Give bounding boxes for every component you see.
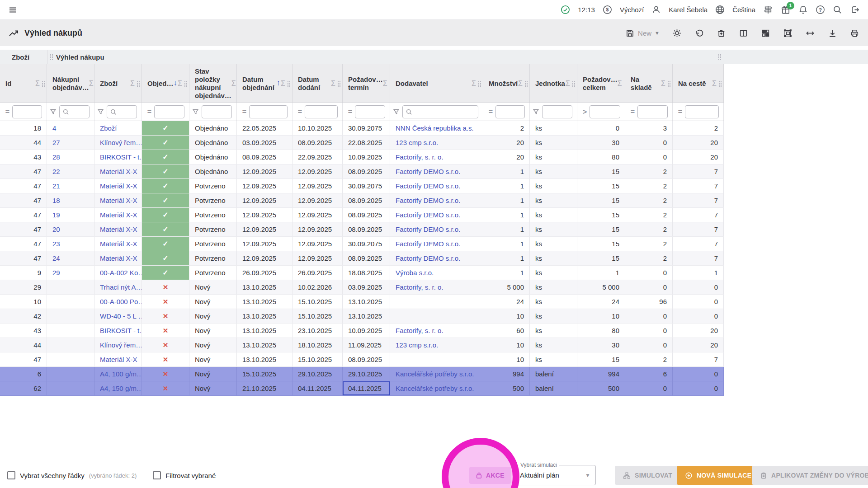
aplikovat-zmeny-button[interactable]: APLIKOVAT ZMĚNY DO VÝROBY: [752, 466, 868, 485]
cell-ordered[interactable]: ✓: [142, 164, 189, 178]
currency-coin-icon[interactable]: $: [603, 5, 612, 14]
cell-in-transit[interactable]: 20: [673, 136, 724, 150]
cell-order-date[interactable]: 12.09.2025: [237, 164, 292, 178]
cell-required-total[interactable]: 80: [577, 324, 625, 338]
cell-product[interactable]: Klínový řem…: [94, 136, 142, 150]
cell-in-transit[interactable]: 20: [673, 150, 724, 164]
column-header-quantity[interactable]: MnožstvíΣ: [483, 64, 530, 103]
cell-purchase-order[interactable]: [47, 295, 94, 309]
dashboard-layout-icon[interactable]: [761, 28, 770, 38]
cell-order-date[interactable]: 12.09.2025: [237, 222, 292, 236]
sort-desc-icon[interactable]: ↓: [174, 79, 178, 88]
cell-order-date[interactable]: 13.10.2025: [237, 295, 292, 309]
cell-product[interactable]: Zboží: [94, 121, 142, 135]
cell-required-total[interactable]: 15: [577, 179, 625, 193]
cell-in-transit[interactable]: 20: [673, 324, 724, 338]
filter-input[interactable]: [590, 105, 620, 118]
table-row[interactable]: 184Zboží✓Objednáno22.05.202510.10.202530…: [0, 121, 724, 136]
cell-in-transit[interactable]: 7: [673, 222, 724, 236]
column-header-id[interactable]: IdΣ: [0, 64, 47, 103]
filter-funnel-icon[interactable]: [533, 108, 542, 115]
simulation-select[interactable]: Vybrat simulaci Aktuální plán ▼: [514, 465, 596, 485]
cell-id[interactable]: 43: [0, 150, 47, 164]
cell-id[interactable]: 6: [0, 367, 47, 381]
cell-order-date[interactable]: 13.10.2025: [237, 309, 292, 323]
cell-delivery-date[interactable]: 12.09.2025: [292, 179, 343, 193]
cell-quantity[interactable]: 10: [483, 309, 530, 323]
split-columns-icon[interactable]: [739, 28, 748, 38]
cell-quantity[interactable]: 60: [483, 324, 530, 338]
cell-delivery-date[interactable]: 26.09.2025: [292, 266, 343, 280]
cell-supplier[interactable]: [390, 352, 483, 366]
cell-in-transit[interactable]: 7: [673, 179, 724, 193]
cell-id[interactable]: 47: [0, 352, 47, 366]
cell-order-date[interactable]: 08.09.2025: [237, 150, 292, 164]
cell-ordered[interactable]: ✕: [142, 280, 189, 294]
cell-purchase-order[interactable]: 23: [47, 237, 94, 251]
cell-order-date[interactable]: 13.10.2025: [237, 324, 292, 338]
column-header-delivery-date[interactable]: Datum dodáníΣ: [292, 64, 343, 103]
cell-order-date[interactable]: 26.09.2025: [237, 266, 292, 280]
filter-input[interactable]: [154, 105, 184, 118]
cell-status[interactable]: Nový: [189, 295, 237, 309]
filter-input[interactable]: [202, 105, 232, 118]
fit-width-icon[interactable]: [805, 28, 815, 38]
cell-purchase-order[interactable]: 29: [47, 266, 94, 280]
column-drag-handle[interactable]: [184, 80, 188, 87]
help-icon[interactable]: ?: [816, 5, 825, 14]
cell-purchase-order[interactable]: [47, 367, 94, 381]
column-header-ordered[interactable]: Objed…↓Σ: [142, 64, 189, 103]
aggregate-sigma-icon[interactable]: Σ: [661, 79, 665, 88]
cell-product[interactable]: 00-A-002 Ko…: [94, 266, 142, 280]
aggregate-sigma-icon[interactable]: Σ: [472, 79, 476, 88]
cell-unit[interactable]: ks: [530, 309, 577, 323]
cell-quantity[interactable]: 1: [483, 179, 530, 193]
chevron-down-icon[interactable]: ▼: [655, 31, 660, 36]
cell-quantity[interactable]: 20: [483, 150, 530, 164]
save-view-group[interactable]: New ▼: [625, 28, 660, 38]
cell-supplier[interactable]: Factorify DEMO s.r.o.: [390, 222, 483, 236]
cell-purchase-order[interactable]: 24: [47, 251, 94, 265]
cell-unit[interactable]: ks: [530, 266, 577, 280]
group-frame-icon[interactable]: [783, 28, 793, 38]
cell-unit[interactable]: ks: [530, 295, 577, 309]
cell-in-stock[interactable]: 2: [625, 208, 673, 222]
cell-delivery-date[interactable]: 10.10.2025: [292, 121, 343, 135]
cell-required-date[interactable]: 30.09.2075: [343, 237, 390, 251]
column-header-product[interactable]: ZbožíΣ: [94, 64, 142, 103]
cell-status[interactable]: Objednáno: [189, 121, 237, 135]
cell-supplier[interactable]: Factorify, s. r. o.: [390, 280, 483, 294]
cell-ordered[interactable]: ✓: [142, 208, 189, 222]
filter-selected-checkbox[interactable]: [153, 471, 161, 479]
cell-unit[interactable]: ks: [530, 164, 577, 178]
cell-status[interactable]: Nový: [189, 324, 237, 338]
filter-input[interactable]: [685, 105, 719, 118]
filter-input[interactable]: [305, 105, 338, 118]
cell-unit[interactable]: ks: [530, 280, 577, 294]
cell-product[interactable]: Klínový řem…: [94, 338, 142, 352]
table-row[interactable]: 92900-A-002 Ko…✓Potvrzeno26.09.202526.09…: [0, 266, 724, 280]
cell-quantity[interactable]: 20: [483, 136, 530, 150]
cell-purchase-order[interactable]: [47, 338, 94, 352]
aggregate-sigma-icon[interactable]: Σ: [618, 79, 622, 88]
cell-in-transit[interactable]: 0: [673, 295, 724, 309]
cell-purchase-order[interactable]: [47, 309, 94, 323]
table-row[interactable]: 4724Materiál X-X✓Potvrzeno12.09.202512.0…: [0, 251, 724, 266]
cell-quantity[interactable]: 1: [483, 193, 530, 207]
filter-input[interactable]: [542, 105, 572, 118]
signpost-icon[interactable]: [763, 5, 773, 14]
table-row[interactable]: 1000-A-000 Po…✕Nový13.10.202515.10.20251…: [0, 295, 724, 309]
cell-purchase-order[interactable]: [47, 352, 94, 366]
cell-ordered[interactable]: ✓: [142, 150, 189, 164]
cell-unit[interactable]: ks: [530, 338, 577, 352]
column-header-status[interactable]: Stav položky nákupní objednáv…Σ: [189, 64, 237, 103]
cell-supplier[interactable]: Výroba s.r.o.: [390, 266, 483, 280]
aggregate-sigma-icon[interactable]: Σ: [518, 79, 523, 88]
cell-required-total[interactable]: 994: [577, 367, 625, 381]
cell-required-date[interactable]: 03.09.2025: [343, 280, 390, 294]
cell-order-date[interactable]: 03.09.2025: [237, 136, 292, 150]
cell-product[interactable]: A4, 100 g/m…: [94, 367, 142, 381]
cell-ordered[interactable]: ✓: [142, 266, 189, 280]
group-drag-handle[interactable]: [50, 50, 53, 64]
filter-operator-equals[interactable]: =: [345, 108, 355, 116]
